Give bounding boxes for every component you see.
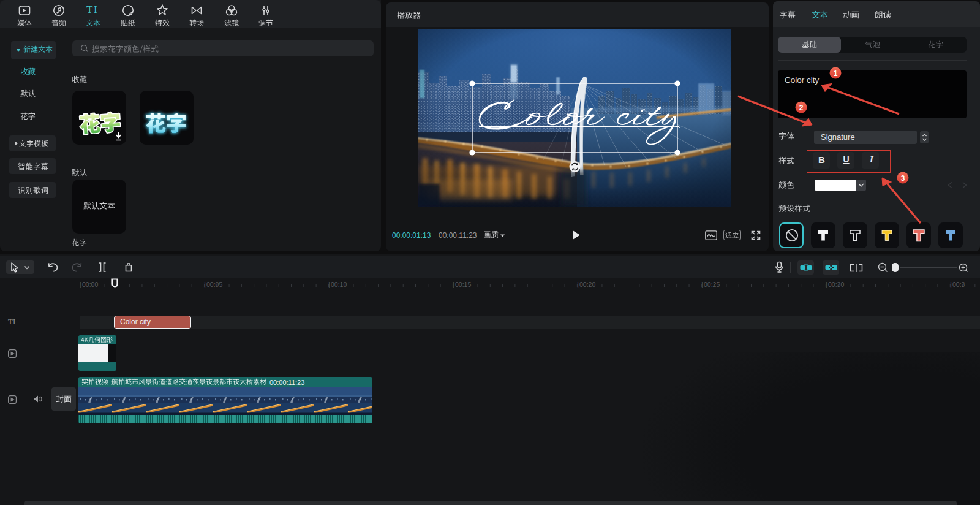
svg-text:2: 2: [799, 104, 804, 112]
svg-text:3: 3: [901, 174, 905, 183]
svg-text:1: 1: [834, 69, 838, 78]
